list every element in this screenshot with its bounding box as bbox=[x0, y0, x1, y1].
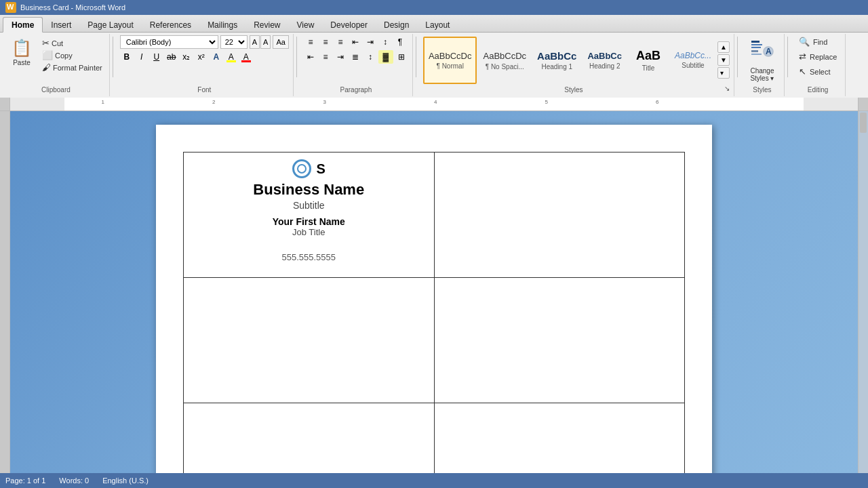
cut-label: Cut bbox=[52, 39, 63, 47]
svg-rect-3 bbox=[751, 50, 758, 52]
clear-format-button[interactable]: Aa bbox=[273, 35, 288, 49]
font-shrink-button[interactable]: A bbox=[260, 35, 271, 49]
font-family-select[interactable]: Calibri (Body) bbox=[120, 35, 218, 49]
style-heading1-preview: AaBbCc bbox=[537, 50, 576, 62]
tab-layout[interactable]: Layout bbox=[417, 18, 458, 32]
sort-button[interactable]: ↕ bbox=[378, 35, 392, 49]
word-count: Words: 0 bbox=[59, 476, 89, 485]
card-cell-midleft[interactable] bbox=[184, 278, 435, 403]
card-cell-topright[interactable] bbox=[434, 152, 685, 278]
card-cell-midright[interactable] bbox=[434, 278, 685, 403]
business-subtitle[interactable]: Subtitle bbox=[191, 200, 427, 211]
superscript-button[interactable]: x² bbox=[195, 50, 208, 64]
ruler-white: 1 2 3 4 5 6 bbox=[64, 98, 804, 110]
scroll-right-panel[interactable] bbox=[858, 111, 868, 488]
tab-home[interactable]: Home bbox=[3, 17, 43, 33]
select-button[interactable]: ↖ Select bbox=[795, 65, 835, 78]
align-center-button[interactable]: ≡ bbox=[319, 50, 332, 64]
style-subtitle-label: Subtitle bbox=[682, 62, 704, 69]
style-heading1-button[interactable]: AaBbCc Heading 1 bbox=[532, 37, 581, 84]
strikethrough-button[interactable]: ab bbox=[165, 50, 178, 64]
ruler-mark-5: 5 bbox=[545, 99, 548, 105]
italic-button[interactable]: I bbox=[135, 50, 149, 64]
ruler-mark-4: 4 bbox=[434, 99, 437, 105]
tab-mailings[interactable]: Mailings bbox=[199, 18, 245, 32]
styles-dialog-launcher[interactable]: ↘ bbox=[724, 85, 730, 94]
style-title-button[interactable]: AaB Title bbox=[628, 37, 669, 84]
tab-insert[interactable]: Insert bbox=[43, 18, 79, 32]
font-color-button[interactable]: A bbox=[239, 50, 253, 64]
divider-2 bbox=[296, 37, 297, 77]
style-nospacing-preview: AaBbCcDc bbox=[483, 49, 526, 62]
format-painter-icon: 🖌 bbox=[42, 62, 51, 73]
underline-button[interactable]: U bbox=[150, 50, 163, 64]
tab-view[interactable]: View bbox=[289, 18, 323, 32]
style-nospacing-button[interactable]: AaBbCcDc ¶ No Spaci... bbox=[478, 37, 531, 84]
card-logo: S bbox=[191, 159, 427, 178]
style-nospacing-label: ¶ No Spaci... bbox=[486, 63, 524, 70]
first-name[interactable]: Your First Name bbox=[191, 216, 427, 227]
change-styles-label: ChangeStyles ▾ bbox=[750, 67, 774, 82]
font-size-select[interactable]: 22 bbox=[220, 35, 248, 49]
content-area[interactable]: S Business Name Subtitle Your First Name… bbox=[10, 111, 858, 488]
card-cell-topleft[interactable]: S Business Name Subtitle Your First Name… bbox=[184, 152, 435, 278]
show-marks-button[interactable]: ¶ bbox=[393, 35, 407, 49]
decrease-indent-button[interactable]: ⇤ bbox=[349, 35, 362, 49]
text-effects-button[interactable]: A bbox=[210, 50, 223, 64]
styles-more[interactable]: ▾ bbox=[717, 67, 730, 79]
style-normal-button[interactable]: AaBbCcDc ¶ Normal bbox=[423, 37, 477, 84]
borders-button[interactable]: ⊞ bbox=[395, 50, 408, 64]
shading-button[interactable]: ▓ bbox=[378, 50, 393, 64]
scrollbar-thumb[interactable] bbox=[860, 113, 867, 133]
ruler-track: 1 2 3 4 5 6 bbox=[10, 98, 858, 110]
text-highlight-button[interactable]: A bbox=[224, 50, 238, 64]
phone-number[interactable]: 555.555.5555 bbox=[191, 252, 427, 262]
bold-button[interactable]: B bbox=[120, 50, 134, 64]
multilevel-button[interactable]: ≡ bbox=[334, 35, 347, 49]
style-heading2-button[interactable]: AaBbCc Heading 2 bbox=[583, 37, 627, 84]
language-indicator: English (U.S.) bbox=[102, 476, 149, 485]
business-name[interactable]: Business Name bbox=[191, 181, 427, 199]
job-title[interactable]: Job Title bbox=[191, 227, 427, 237]
cut-button[interactable]: ✂ Cut bbox=[39, 37, 105, 49]
styles-scroll-down[interactable]: ▼ bbox=[717, 54, 730, 66]
align-right-button[interactable]: ⇥ bbox=[334, 50, 347, 64]
svg-rect-1 bbox=[751, 44, 762, 45]
align-left-button[interactable]: ⇤ bbox=[304, 50, 317, 64]
replace-icon: ⇄ bbox=[799, 52, 806, 62]
change-styles-icon: A bbox=[750, 38, 774, 67]
bullets-button[interactable]: ≡ bbox=[304, 35, 317, 49]
font-group: Calibri (Body) 22 A A Aa B I U ab x₂ x² … bbox=[116, 34, 294, 96]
svg-rect-0 bbox=[751, 41, 760, 43]
paragraph-label: Paragraph bbox=[304, 86, 408, 94]
scroll-left-panel bbox=[0, 111, 10, 488]
change-styles-button[interactable]: A ChangeStyles ▾ bbox=[745, 35, 780, 85]
paste-button[interactable]: 📋 Paste bbox=[7, 35, 37, 68]
copy-button[interactable]: ⬜ Copy bbox=[39, 49, 105, 61]
svg-rect-2 bbox=[751, 47, 761, 48]
style-subtitle-button[interactable]: AaBbCc... Subtitle bbox=[670, 37, 716, 84]
line-spacing-button[interactable]: ↕ bbox=[363, 50, 377, 64]
style-normal-label: ¶ Normal bbox=[437, 62, 464, 70]
document[interactable]: S Business Name Subtitle Your First Name… bbox=[156, 125, 712, 477]
divider-4 bbox=[737, 37, 738, 77]
styles-scroll-up[interactable]: ▲ bbox=[717, 41, 730, 53]
numbering-button[interactable]: ≡ bbox=[319, 35, 332, 49]
svg-rect-4 bbox=[751, 54, 762, 55]
logo-inner-circle bbox=[297, 164, 307, 174]
tab-review[interactable]: Review bbox=[245, 18, 288, 32]
tab-pagelayout[interactable]: Page Layout bbox=[79, 18, 141, 32]
justify-button[interactable]: ≣ bbox=[349, 50, 362, 64]
replace-button[interactable]: ⇄ Replace bbox=[795, 50, 841, 63]
format-painter-button[interactable]: 🖌 Format Painter bbox=[39, 62, 105, 73]
main-area: S Business Name Subtitle Your First Name… bbox=[0, 111, 868, 488]
tab-references[interactable]: References bbox=[142, 18, 199, 32]
find-button[interactable]: 🔍 Find bbox=[795, 35, 831, 48]
ruler-mark-2: 2 bbox=[212, 99, 215, 105]
font-label: Font bbox=[120, 86, 289, 94]
font-grow-button[interactable]: A bbox=[250, 35, 260, 49]
increase-indent-button[interactable]: ⇥ bbox=[363, 35, 377, 49]
tab-design[interactable]: Design bbox=[376, 18, 417, 32]
tab-developer[interactable]: Developer bbox=[322, 18, 376, 32]
subscript-button[interactable]: x₂ bbox=[180, 50, 193, 64]
